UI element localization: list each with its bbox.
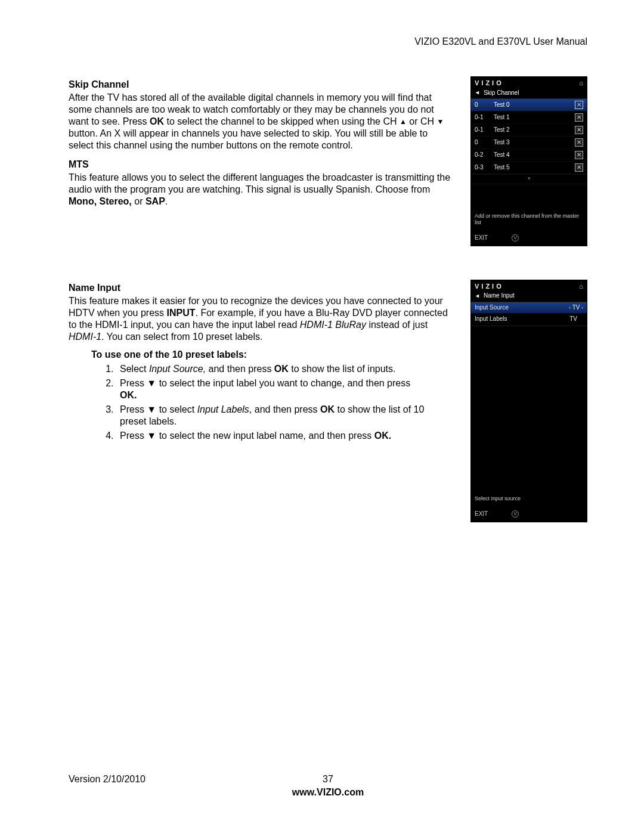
channel-name: Test 5 (494, 164, 575, 172)
section-name-input: Name Input This feature makes it easier … (69, 280, 453, 444)
version-text: Version 2/10/2010 (69, 773, 145, 785)
tv-screenshot-name-input: VIZIO ⌂ ◄ Name Input Input Source TV Inp… (470, 280, 587, 522)
row-label: Input Labels (475, 315, 507, 323)
text: and then press (206, 364, 274, 374)
home-icon: ⌂ (579, 283, 583, 291)
checkbox-icon: ✕ (575, 113, 583, 122)
step-item: Press ▼ to select Input Labels, and then… (116, 404, 429, 428)
channel-row[interactable]: 0-1 Test 2 ✕ (471, 124, 587, 137)
paragraph-mts: This feature allows you to select the di… (69, 172, 453, 208)
vizio-v-icon: V (512, 234, 519, 241)
back-icon: ◄ (475, 293, 480, 299)
text: Press ▼ to select (120, 404, 197, 414)
italic: Input Source, (149, 364, 206, 374)
channel-row[interactable]: 0-2 Test 4 ✕ (471, 149, 587, 162)
bold: OK. (374, 431, 391, 441)
checkbox-icon: ✕ (575, 163, 583, 172)
channel-list: 0 Test 0 ✕ 0-1 Test 1 ✕ 0-1 Test 2 ✕ 0 T… (471, 98, 587, 175)
step-item: Select Input Source, and then press OK t… (116, 363, 429, 375)
vizio-v-icon: V (512, 510, 519, 518)
ok-bold: OK (150, 116, 164, 126)
italic: HDMI-1 (69, 332, 101, 342)
vizio-logo: VIZIO (475, 79, 504, 88)
text: . (165, 196, 168, 206)
paragraph-name-input: This feature makes it easier for you to … (69, 295, 453, 343)
tv-screenshot-skip-channel: VIZIO ⌂ ◄ Skip Channel 0 Test 0 ✕ 0-1 Te… (470, 76, 587, 246)
channel-number: 0-2 (475, 151, 494, 159)
channel-number: 0-1 (475, 126, 494, 134)
text: Press ▼ to select the new input label na… (120, 431, 374, 441)
channel-name: Test 3 (494, 139, 575, 147)
help-text: Add or remove this channel from the mast… (471, 184, 587, 229)
scroll-down-icon: ▾ (471, 175, 587, 184)
heading-skip-channel: Skip Channel (69, 79, 453, 91)
paragraph-skip-channel: After the TV has stored all of the avail… (69, 92, 453, 151)
channel-number: 0 (475, 101, 494, 109)
page-footer: Version 2/10/2010 37 www.VIZIO.com (69, 773, 587, 798)
footer-url: www.VIZIO.com (69, 786, 587, 798)
channel-name: Test 2 (494, 126, 575, 134)
checkbox-icon: ✕ (575, 138, 583, 147)
text: or CH (407, 116, 437, 126)
text: This feature allows you to select the di… (69, 172, 450, 194)
exit-label[interactable]: EXIT (475, 234, 488, 242)
row-value: TV (569, 304, 583, 312)
text: . You can select from 10 preset labels. (101, 332, 262, 342)
text: , and then press (249, 404, 320, 414)
sub-heading-preset: To use one of the 10 preset labels: (91, 349, 453, 361)
heading-mts: MTS (69, 159, 453, 171)
steps-list: Select Input Source, and then press OK t… (116, 363, 453, 442)
italic: Input Labels (197, 404, 249, 414)
bold: OK. (120, 390, 137, 400)
channel-number: 0-1 (475, 114, 494, 122)
text: to select the channel to be skipped when… (164, 116, 400, 126)
menu-title: Skip Channel (484, 89, 519, 97)
step-item: Press ▼ to select the input label you wa… (116, 377, 429, 401)
channel-name: Test 0 (494, 101, 575, 109)
help-text: Select Input source (471, 493, 587, 504)
bold: OK (320, 404, 335, 414)
row-label: Input Source (475, 304, 509, 312)
channel-number: 0-3 (475, 164, 494, 172)
checkbox-icon: ✕ (575, 101, 583, 109)
text: Press ▼ to select the input label you wa… (120, 378, 410, 388)
triangle-up-icon: ▲ (400, 117, 407, 126)
italic: HDMI-1 BluRay (300, 320, 366, 330)
home-icon: ⌂ (579, 79, 583, 88)
menu-row-input-source[interactable]: Input Source TV (471, 302, 587, 314)
channel-row[interactable]: 0-1 Test 1 ✕ (471, 112, 587, 124)
vizio-logo: VIZIO (475, 283, 504, 291)
channel-name: Test 1 (494, 114, 575, 122)
exit-label[interactable]: EXIT (475, 510, 488, 518)
text: button. An X will appear in channels you… (69, 128, 428, 150)
menu-row-input-labels[interactable]: Input Labels TV (471, 314, 587, 326)
checkbox-icon: ✕ (575, 126, 583, 134)
heading-name-input: Name Input (69, 282, 453, 294)
step-item: Press ▼ to select the new input label na… (116, 430, 429, 442)
bold: OK (274, 364, 289, 374)
checkbox-icon: ✕ (575, 151, 583, 159)
text: Select (120, 364, 149, 374)
name-input-list: Input Source TV Input Labels TV (471, 302, 587, 326)
channel-name: Test 4 (494, 151, 575, 159)
channel-number: 0 (475, 139, 494, 147)
channel-row[interactable]: 0 Test 3 ✕ (471, 137, 587, 149)
bold: Mono, Stereo, (69, 196, 132, 206)
triangle-down-icon: ▼ (437, 117, 444, 126)
row-value: TV (569, 315, 583, 323)
channel-row[interactable]: 0 Test 0 ✕ (471, 99, 587, 112)
section-skip-channel: Skip Channel After the TV has stored all… (69, 76, 453, 211)
page-number: 37 (323, 773, 333, 785)
bold: INPUT (167, 308, 196, 318)
text: or (132, 196, 145, 206)
menu-title: Name Input (484, 292, 515, 300)
text: instead of just (366, 320, 428, 330)
back-icon: ◄ (475, 89, 480, 96)
bold: SAP (145, 196, 165, 206)
channel-row[interactable]: 0-3 Test 5 ✕ (471, 162, 587, 174)
text: to show the list of inputs. (289, 364, 396, 374)
manual-header: VIZIO E320VL and E370VL User Manual (69, 36, 587, 48)
